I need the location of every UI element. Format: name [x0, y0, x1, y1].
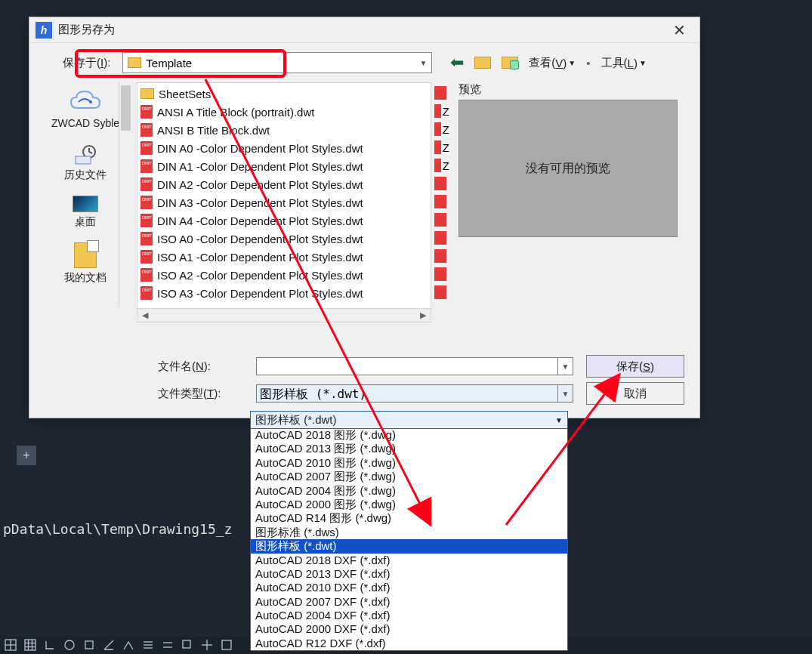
file-item[interactable]: DIN A2 -Color Dependent Plot Styles.dwt: [140, 175, 428, 193]
dwt-file-icon: [140, 286, 153, 300]
scroll-right-icon[interactable]: ▶: [417, 310, 429, 320]
filetype-option[interactable]: AutoCAD 2010 DXF (*.dxf): [251, 581, 567, 594]
dialog-body: 保存于(I): Template ▼ ⬅ 查看(V)▼ • 工具(L)▼: [29, 43, 699, 418]
selection-icon[interactable]: [181, 639, 193, 651]
filetype-option[interactable]: AutoCAD R12 DXF (*.dxf): [251, 637, 567, 650]
filetype-option[interactable]: AutoCAD 2000 图形 (*.dwg): [251, 498, 567, 511]
filename-history-dropdown[interactable]: ▼: [557, 358, 573, 375]
file-item[interactable]: ISO A2 -Color Dependent Plot Styles.dwt: [140, 266, 428, 284]
file-name: ISO A0 -Color Dependent Plot Styles.dwt: [157, 233, 363, 245]
filetype-option[interactable]: AutoCAD R14 图形 (*.dwg): [251, 511, 567, 525]
svg-rect-14: [85, 641, 93, 649]
filetype-option[interactable]: 图形标准 (*.dws): [251, 526, 567, 539]
file-item[interactable]: ISO A1 -Color Dependent Plot Styles.dwt: [140, 248, 428, 266]
file-list-overflow-cell: Z: [434, 120, 449, 138]
osnap-icon[interactable]: [83, 639, 95, 651]
dwt-file-icon: [140, 268, 153, 282]
file-name-fragment: Z: [443, 159, 449, 172]
folder-icon: [140, 88, 154, 99]
file-name-fragment: Z: [443, 105, 449, 118]
filetype-option[interactable]: AutoCAD 2013 图形 (*.dwg): [251, 442, 567, 455]
file-list[interactable]: SheetSetsANSI A Title Block (portrait).d…: [137, 82, 431, 322]
file-list-overflow-cell: [434, 247, 449, 265]
file-item[interactable]: DIN A3 -Color Dependent Plot Styles.dwt: [140, 193, 428, 211]
view-menu[interactable]: 查看(V)▼: [529, 56, 576, 70]
cursor-icon[interactable]: [201, 639, 213, 651]
filetype-option[interactable]: AutoCAD 2004 图形 (*.dwg): [251, 484, 567, 498]
cancel-button[interactable]: 取消: [586, 382, 684, 405]
new-folder-icon[interactable]: [502, 57, 518, 69]
filetype-option[interactable]: AutoCAD 2007 图形 (*.dwg): [251, 470, 567, 483]
grid-icon[interactable]: [5, 639, 17, 651]
filename-input[interactable]: [257, 358, 557, 375]
dwt-file-icon: [140, 123, 153, 137]
file-item[interactable]: ANSI B Title Block.dwt: [140, 121, 428, 139]
file-item[interactable]: ISO A0 -Color Dependent Plot Styles.dwt: [140, 230, 428, 248]
angle-icon[interactable]: [103, 639, 115, 651]
track-icon[interactable]: [122, 639, 134, 651]
lineweight-icon[interactable]: [142, 639, 154, 651]
filetype-option[interactable]: AutoCAD 2013 DXF (*.dxf): [251, 567, 567, 581]
file-name: SheetSets: [159, 88, 211, 100]
sidebar-item-documents[interactable]: 我的文档: [40, 239, 131, 288]
close-icon[interactable]: ✕: [665, 21, 693, 39]
file-list-overflow-cell: [434, 193, 449, 211]
file-item[interactable]: DIN A4 -Color Dependent Plot Styles.dwt: [140, 211, 428, 230]
file-item[interactable]: SheetSets: [140, 85, 428, 103]
ortho-icon[interactable]: [44, 639, 56, 651]
file-item[interactable]: ISO A3 -Color Dependent Plot Styles.dwt: [140, 284, 428, 302]
dwt-file-icon: [140, 177, 153, 191]
sidebar-item-desktop[interactable]: 桌面: [40, 193, 131, 232]
save-in-value: Template: [146, 57, 415, 69]
filetype-dropdown-header[interactable]: 图形样板 (*.dwt)▼: [250, 411, 568, 429]
file-item[interactable]: ANSI A Title Block (portrait).dwt: [140, 103, 428, 121]
polar-icon[interactable]: [63, 639, 76, 651]
sidebar-item-label: 历史文件: [64, 168, 107, 180]
save-button[interactable]: 保存(S): [586, 355, 684, 378]
filetype-option[interactable]: AutoCAD 2018 图形 (*.dwg): [251, 428, 567, 442]
new-tab-button[interactable]: +: [17, 446, 36, 465]
scroll-left-icon[interactable]: ◀: [139, 310, 151, 320]
filename-input-wrap: ▼: [256, 357, 573, 375]
sidebar-item-syble[interactable]: ZWCAD Syble: [40, 85, 131, 132]
file-name: ISO A2 -Color Dependent Plot Styles.dwt: [157, 269, 363, 282]
dwt-file-icon: [140, 214, 153, 227]
filetype-option[interactable]: AutoCAD 2018 DXF (*.dxf): [251, 554, 567, 567]
dynamic-input-icon[interactable]: [162, 639, 174, 651]
sidebar-scrollbar[interactable]: [119, 82, 132, 307]
filename-label: 文件名(N):: [158, 359, 249, 374]
filetype-option[interactable]: 图形样板 (*.dwt): [251, 539, 567, 553]
filetype-option[interactable]: AutoCAD 2004 DXF (*.dxf): [251, 609, 567, 622]
file-name: ISO A1 -Color Dependent Plot Styles.dwt: [157, 251, 363, 264]
dwt-file-icon: [434, 267, 446, 281]
back-arrow-icon[interactable]: ⬅: [450, 53, 464, 72]
svg-rect-8: [25, 640, 36, 650]
file-item[interactable]: DIN A0 -Color Dependent Plot Styles.dwt: [140, 139, 428, 157]
filetype-combo[interactable]: 图形样板 (*.dwt) ▼: [256, 384, 573, 403]
dwt-file-icon: [434, 159, 441, 172]
dwt-file-icon: [140, 105, 153, 119]
dwt-file-icon: [434, 285, 446, 299]
dwt-file-icon: [140, 196, 153, 209]
up-folder-icon[interactable]: [474, 57, 491, 69]
svg-rect-20: [183, 640, 190, 648]
tools-menu[interactable]: 工具(L)▼: [601, 56, 647, 70]
dwt-file-icon: [140, 141, 153, 155]
filetype-option[interactable]: AutoCAD 2010 图形 (*.dwg): [251, 456, 567, 470]
file-name: ANSI B Title Block.dwt: [157, 124, 270, 137]
filetype-option[interactable]: AutoCAD 2000 DXF (*.dxf): [251, 622, 567, 636]
model-space-icon[interactable]: [221, 639, 233, 651]
filetype-selected: 图形样板 (*.dwt): [257, 385, 557, 402]
file-name-fragment: Z: [443, 141, 449, 154]
file-item[interactable]: DIN A1 -Color Dependent Plot Styles.dwt: [140, 157, 428, 175]
dwt-file-icon: [434, 104, 441, 118]
dwt-file-icon: [140, 250, 153, 264]
sidebar-item-label: 桌面: [75, 215, 96, 227]
file-list-hscroll[interactable]: ◀ ▶: [137, 308, 431, 322]
grid2-icon[interactable]: [24, 639, 36, 651]
save-in-combo[interactable]: Template ▼: [122, 52, 432, 73]
file-name: ANSI A Title Block (portrait).dwt: [157, 106, 314, 119]
sidebar-item-history[interactable]: 历史文件: [40, 140, 131, 185]
filetype-dropdown[interactable]: 图形样板 (*.dwt)▼AutoCAD 2018 图形 (*.dwg)Auto…: [250, 411, 568, 651]
filetype-option[interactable]: AutoCAD 2007 DXF (*.dxf): [251, 595, 567, 609]
